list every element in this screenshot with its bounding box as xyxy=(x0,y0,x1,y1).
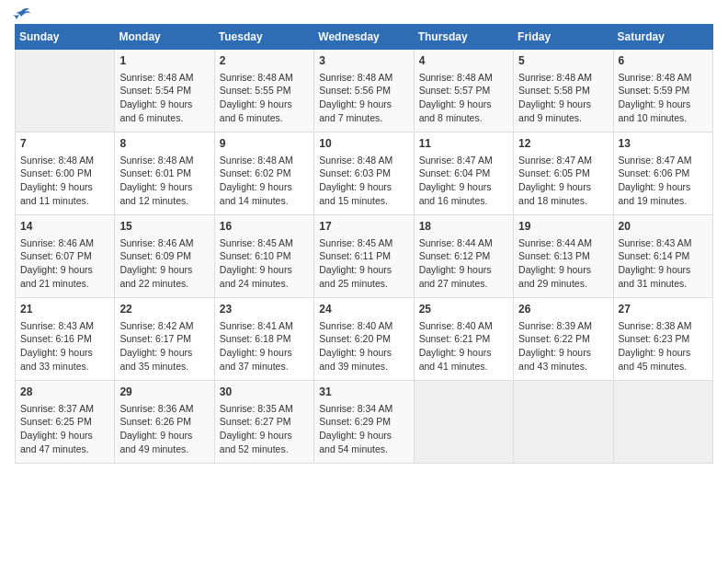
day-info: Sunrise: 8:39 AM Sunset: 6:22 PM Dayligh… xyxy=(518,319,608,373)
calendar-cell: 29Sunrise: 8:36 AM Sunset: 6:26 PM Dayli… xyxy=(115,381,214,464)
day-info: Sunrise: 8:48 AM Sunset: 5:58 PM Dayligh… xyxy=(518,71,608,125)
calendar-cell: 26Sunrise: 8:39 AM Sunset: 6:22 PM Dayli… xyxy=(514,298,613,381)
day-info: Sunrise: 8:43 AM Sunset: 6:16 PM Dayligh… xyxy=(20,319,109,373)
calendar-cell: 21Sunrise: 8:43 AM Sunset: 6:16 PM Dayli… xyxy=(16,298,115,381)
calendar-table: SundayMondayTuesdayWednesdayThursdayFrid… xyxy=(15,24,713,464)
day-info: Sunrise: 8:45 AM Sunset: 6:11 PM Dayligh… xyxy=(319,236,408,291)
day-number: 26 xyxy=(518,302,608,317)
day-info: Sunrise: 8:36 AM Sunset: 6:26 PM Dayligh… xyxy=(119,402,209,456)
calendar-cell: 25Sunrise: 8:40 AM Sunset: 6:21 PM Dayli… xyxy=(414,298,513,381)
calendar-cell: 15Sunrise: 8:46 AM Sunset: 6:09 PM Dayli… xyxy=(115,215,214,298)
day-number: 3 xyxy=(319,53,408,69)
header-thursday: Thursday xyxy=(414,25,513,50)
day-info: Sunrise: 8:44 AM Sunset: 6:12 PM Dayligh… xyxy=(419,236,508,291)
day-number: 18 xyxy=(419,219,508,235)
day-number: 4 xyxy=(419,53,508,69)
calendar-cell: 7Sunrise: 8:48 AM Sunset: 6:00 PM Daylig… xyxy=(16,132,115,215)
day-number: 2 xyxy=(220,53,309,69)
calendar-cell: 13Sunrise: 8:47 AM Sunset: 6:06 PM Dayli… xyxy=(613,132,712,215)
day-number: 16 xyxy=(220,219,309,235)
calendar-cell: 22Sunrise: 8:42 AM Sunset: 6:17 PM Dayli… xyxy=(115,298,214,381)
day-number: 31 xyxy=(319,385,408,400)
day-info: Sunrise: 8:48 AM Sunset: 5:55 PM Dayligh… xyxy=(220,71,309,125)
day-number: 14 xyxy=(20,219,109,235)
calendar-cell: 18Sunrise: 8:44 AM Sunset: 6:12 PM Dayli… xyxy=(414,215,513,298)
calendar-cell: 23Sunrise: 8:41 AM Sunset: 6:18 PM Dayli… xyxy=(214,298,313,381)
calendar-cell: 16Sunrise: 8:45 AM Sunset: 6:10 PM Dayli… xyxy=(214,215,313,298)
day-number: 22 xyxy=(119,302,209,317)
day-number: 19 xyxy=(518,219,608,235)
day-number: 15 xyxy=(119,219,209,235)
header-friday: Friday xyxy=(514,25,613,50)
day-info: Sunrise: 8:40 AM Sunset: 6:21 PM Dayligh… xyxy=(419,319,508,373)
day-info: Sunrise: 8:48 AM Sunset: 6:00 PM Dayligh… xyxy=(20,154,109,208)
calendar-cell: 20Sunrise: 8:43 AM Sunset: 6:14 PM Dayli… xyxy=(613,215,712,298)
day-info: Sunrise: 8:44 AM Sunset: 6:13 PM Dayligh… xyxy=(518,236,608,291)
day-number: 7 xyxy=(20,136,109,152)
day-number: 29 xyxy=(119,385,209,400)
day-info: Sunrise: 8:37 AM Sunset: 6:25 PM Dayligh… xyxy=(20,402,109,456)
day-number: 5 xyxy=(518,53,608,69)
day-info: Sunrise: 8:48 AM Sunset: 5:59 PM Dayligh… xyxy=(619,71,708,125)
calendar-cell: 12Sunrise: 8:47 AM Sunset: 6:05 PM Dayli… xyxy=(514,132,613,215)
header-wednesday: Wednesday xyxy=(314,25,414,50)
day-info: Sunrise: 8:38 AM Sunset: 6:23 PM Dayligh… xyxy=(619,319,708,373)
day-info: Sunrise: 8:43 AM Sunset: 6:14 PM Dayligh… xyxy=(619,236,708,291)
calendar-week-row: 14Sunrise: 8:46 AM Sunset: 6:07 PM Dayli… xyxy=(16,215,713,298)
day-info: Sunrise: 8:35 AM Sunset: 6:27 PM Dayligh… xyxy=(220,402,309,456)
day-info: Sunrise: 8:41 AM Sunset: 6:18 PM Dayligh… xyxy=(220,319,309,373)
day-info: Sunrise: 8:47 AM Sunset: 6:04 PM Dayligh… xyxy=(419,154,508,208)
day-info: Sunrise: 8:46 AM Sunset: 6:07 PM Dayligh… xyxy=(20,236,109,291)
calendar-cell: 4Sunrise: 8:48 AM Sunset: 5:57 PM Daylig… xyxy=(414,50,513,132)
day-number: 17 xyxy=(319,219,408,235)
header-saturday: Saturday xyxy=(613,25,712,50)
calendar-cell: 8Sunrise: 8:48 AM Sunset: 6:01 PM Daylig… xyxy=(115,132,214,215)
calendar-cell: 9Sunrise: 8:48 AM Sunset: 6:02 PM Daylig… xyxy=(214,132,313,215)
calendar-cell: 28Sunrise: 8:37 AM Sunset: 6:25 PM Dayli… xyxy=(16,381,115,464)
day-number: 6 xyxy=(619,53,708,69)
day-info: Sunrise: 8:46 AM Sunset: 6:09 PM Dayligh… xyxy=(119,236,209,291)
day-number: 12 xyxy=(518,136,608,152)
calendar-cell: 24Sunrise: 8:40 AM Sunset: 6:20 PM Dayli… xyxy=(314,298,414,381)
calendar-week-row: 21Sunrise: 8:43 AM Sunset: 6:16 PM Dayli… xyxy=(16,298,713,381)
calendar-cell: 2Sunrise: 8:48 AM Sunset: 5:55 PM Daylig… xyxy=(214,50,313,132)
calendar-cell: 19Sunrise: 8:44 AM Sunset: 6:13 PM Dayli… xyxy=(514,215,613,298)
calendar-cell: 31Sunrise: 8:34 AM Sunset: 6:29 PM Dayli… xyxy=(314,381,414,464)
day-info: Sunrise: 8:34 AM Sunset: 6:29 PM Dayligh… xyxy=(319,402,408,456)
day-number: 24 xyxy=(319,302,408,317)
day-number: 25 xyxy=(419,302,508,317)
day-info: Sunrise: 8:45 AM Sunset: 6:10 PM Dayligh… xyxy=(220,236,309,291)
calendar-cell: 6Sunrise: 8:48 AM Sunset: 5:59 PM Daylig… xyxy=(613,50,712,132)
calendar-week-row: 1Sunrise: 8:48 AM Sunset: 5:54 PM Daylig… xyxy=(16,50,713,132)
day-number: 8 xyxy=(119,136,209,152)
calendar-cell: 30Sunrise: 8:35 AM Sunset: 6:27 PM Dayli… xyxy=(214,381,313,464)
calendar-cell: 5Sunrise: 8:48 AM Sunset: 5:58 PM Daylig… xyxy=(514,50,613,132)
day-number: 10 xyxy=(319,136,408,152)
day-number: 13 xyxy=(619,136,708,152)
calendar-cell: 27Sunrise: 8:38 AM Sunset: 6:23 PM Dayli… xyxy=(613,298,712,381)
day-info: Sunrise: 8:48 AM Sunset: 5:57 PM Dayligh… xyxy=(419,71,508,125)
day-number: 1 xyxy=(119,53,209,69)
calendar-cell xyxy=(414,381,513,464)
header-sunday: Sunday xyxy=(16,25,115,50)
day-info: Sunrise: 8:48 AM Sunset: 6:01 PM Dayligh… xyxy=(119,154,209,208)
calendar-week-row: 28Sunrise: 8:37 AM Sunset: 6:25 PM Dayli… xyxy=(16,381,713,464)
day-info: Sunrise: 8:48 AM Sunset: 6:03 PM Dayligh… xyxy=(319,154,408,208)
header-tuesday: Tuesday xyxy=(214,25,313,50)
logo-bird-icon xyxy=(11,7,31,24)
day-number: 9 xyxy=(220,136,309,152)
calendar-cell xyxy=(16,50,115,132)
calendar-cell: 17Sunrise: 8:45 AM Sunset: 6:11 PM Dayli… xyxy=(314,215,414,298)
day-info: Sunrise: 8:48 AM Sunset: 5:54 PM Dayligh… xyxy=(119,71,209,125)
calendar-header-row: SundayMondayTuesdayWednesdayThursdayFrid… xyxy=(16,25,713,50)
header-monday: Monday xyxy=(115,25,214,50)
day-info: Sunrise: 8:42 AM Sunset: 6:17 PM Dayligh… xyxy=(119,319,209,373)
day-info: Sunrise: 8:48 AM Sunset: 5:56 PM Dayligh… xyxy=(319,71,408,125)
calendar-cell: 3Sunrise: 8:48 AM Sunset: 5:56 PM Daylig… xyxy=(314,50,414,132)
calendar-cell xyxy=(514,381,613,464)
day-info: Sunrise: 8:47 AM Sunset: 6:06 PM Dayligh… xyxy=(619,154,708,208)
day-number: 27 xyxy=(619,302,708,317)
day-number: 21 xyxy=(20,302,109,317)
day-info: Sunrise: 8:48 AM Sunset: 6:02 PM Dayligh… xyxy=(220,154,309,208)
day-number: 11 xyxy=(419,136,508,152)
